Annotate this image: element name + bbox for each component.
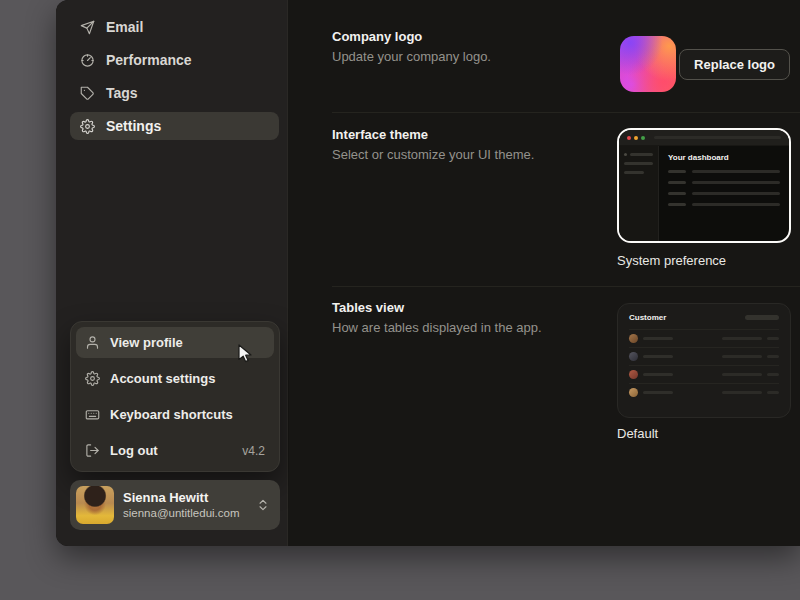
section-description: How are tables displayed in the app.	[332, 320, 602, 335]
keyboard-icon	[85, 407, 100, 422]
theme-option-system-preference[interactable]: Your dashboard	[617, 128, 791, 243]
user-icon	[85, 335, 100, 350]
section-title: Company logo	[332, 29, 602, 44]
mockup-sidebar	[619, 146, 659, 241]
sidebar-item-email[interactable]: Email	[70, 13, 279, 41]
mockup-sidebar-item	[624, 171, 644, 174]
company-logo-section-label: Company logo Update your company logo.	[332, 29, 602, 64]
mockup-dashboard-title: Your dashboard	[668, 153, 780, 162]
table-mockup-row	[629, 347, 779, 365]
mockup-sidebar-item	[624, 162, 653, 165]
table-mockup-header-bar	[745, 315, 779, 320]
mockup-skeleton-row	[668, 203, 780, 206]
menu-item-keyboard-shortcuts[interactable]: Keyboard shortcuts	[76, 399, 274, 430]
traffic-light-yellow-icon	[634, 136, 638, 140]
mockup-address-bar	[654, 136, 781, 139]
table-mockup-row	[629, 365, 779, 383]
sidebar: Email Performance Tags	[56, 0, 288, 546]
gauge-icon	[80, 53, 95, 68]
tables-view-option-default[interactable]: Customer	[617, 303, 791, 418]
traffic-light-green-icon	[641, 136, 645, 140]
table-mockup-row	[629, 383, 779, 401]
mockup-skeleton-row	[668, 192, 780, 195]
sidebar-item-settings[interactable]: Settings	[70, 112, 279, 140]
section-title: Interface theme	[332, 127, 602, 142]
section-description: Update your company logo.	[332, 49, 602, 64]
sidebar-item-label: Email	[106, 19, 143, 35]
menu-item-view-profile[interactable]: View profile	[76, 327, 274, 358]
mockup-sidebar-item	[624, 153, 653, 156]
sidebar-nav: Email Performance Tags	[70, 13, 279, 145]
theme-preview-mockup: Your dashboard	[619, 130, 789, 241]
sidebar-item-tags[interactable]: Tags	[70, 79, 279, 107]
table-mockup-row	[629, 329, 779, 347]
profile-dropdown-menu: View profile Account settings Keyboard s…	[70, 321, 280, 472]
row-avatar	[629, 352, 638, 361]
mockup-skeleton-row	[668, 181, 780, 184]
mockup-main: Your dashboard	[659, 146, 789, 241]
screen: Email Performance Tags	[0, 0, 800, 600]
interface-theme-section-label: Interface theme Select or customize your…	[332, 127, 602, 162]
app-window: Email Performance Tags	[56, 0, 800, 546]
chevron-selector-icon	[256, 498, 270, 512]
replace-logo-button[interactable]: Replace logo	[679, 49, 790, 80]
row-avatar	[629, 334, 638, 343]
tables-view-section-label: Tables view How are tables displayed in …	[332, 300, 602, 335]
user-name: Sienna Hewitt	[123, 490, 240, 506]
avatar	[76, 486, 114, 524]
tables-option-caption: Default	[617, 426, 658, 441]
mockup-skeleton-row	[668, 170, 780, 173]
gear-icon	[80, 119, 95, 134]
table-mockup-title: Customer	[629, 313, 666, 322]
company-logo-preview	[620, 36, 676, 92]
theme-option-caption: System preference	[617, 253, 726, 268]
menu-item-label: Log out	[110, 443, 158, 458]
sidebar-item-label: Performance	[106, 52, 192, 68]
sidebar-item-label: Settings	[106, 118, 161, 134]
mockup-titlebar	[619, 130, 789, 146]
row-avatar	[629, 370, 638, 379]
menu-item-label: View profile	[110, 335, 183, 350]
menu-item-account-settings[interactable]: Account settings	[76, 363, 274, 394]
user-meta: Sienna Hewitt sienna@untitledui.com	[123, 490, 240, 521]
table-mockup-header: Customer	[629, 313, 779, 329]
menu-item-label: Account settings	[110, 371, 215, 386]
mockup-body: Your dashboard	[619, 146, 789, 241]
sidebar-item-performance[interactable]: Performance	[70, 46, 279, 74]
tag-icon	[80, 86, 95, 101]
menu-item-log-out[interactable]: Log out v4.2	[76, 435, 274, 466]
section-description: Select or customize your UI theme.	[332, 147, 602, 162]
traffic-light-red-icon	[627, 136, 631, 140]
sidebar-item-label: Tags	[106, 85, 138, 101]
version-badge: v4.2	[242, 444, 265, 458]
settings-content: Company logo Update your company logo. R…	[289, 0, 800, 546]
row-avatar	[629, 388, 638, 397]
section-divider	[332, 286, 800, 287]
section-divider	[332, 112, 800, 113]
section-title: Tables view	[332, 300, 602, 315]
gear-icon	[85, 371, 100, 386]
menu-item-label: Keyboard shortcuts	[110, 407, 233, 422]
log-out-icon	[85, 443, 100, 458]
user-account-card[interactable]: Sienna Hewitt sienna@untitledui.com	[70, 480, 280, 530]
user-email: sienna@untitledui.com	[123, 506, 240, 520]
send-icon	[80, 20, 95, 35]
